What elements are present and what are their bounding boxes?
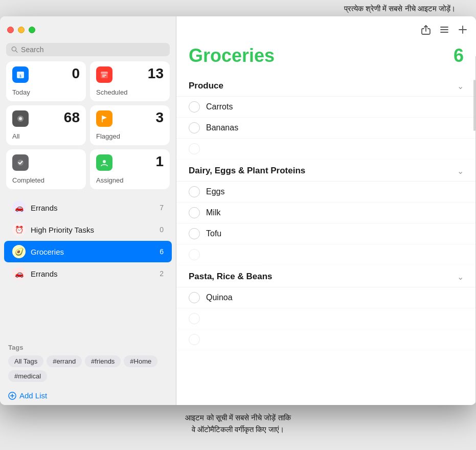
- errands2-name: Errands: [31, 269, 154, 278]
- sidebar: 1 0 Today: [0, 16, 176, 405]
- errands1-icon: 🚗: [12, 201, 26, 214]
- scheduled-icon: [96, 66, 112, 83]
- task-bananas: Bananas: [176, 118, 476, 139]
- svg-rect-6: [101, 72, 108, 74]
- tofu-checkbox[interactable]: [189, 228, 200, 239]
- smart-list-today[interactable]: 1 0 Today: [6, 61, 86, 101]
- eggs-name: Eggs: [206, 187, 224, 196]
- empty-checkbox-dairy: [189, 249, 200, 260]
- empty-checkbox-produce: [189, 143, 200, 154]
- task-empty-pasta2: [176, 329, 476, 350]
- minimize-button[interactable]: [18, 27, 25, 33]
- bananas-checkbox[interactable]: [189, 122, 200, 133]
- groceries-count: 6: [160, 248, 164, 256]
- share-icon[interactable]: [421, 25, 431, 35]
- assigned-count: 1: [155, 154, 164, 169]
- list-item-errands2[interactable]: 🚗 Errands 2: [4, 263, 172, 284]
- quinoa-checkbox[interactable]: [189, 292, 200, 303]
- list-item-high-priority[interactable]: ⏰ High Priority Tasks 0: [4, 219, 172, 240]
- task-empty-produce: [176, 139, 476, 160]
- flagged-label: Flagged: [96, 132, 164, 140]
- today-count: 0: [72, 66, 80, 81]
- annotation-bottom: आइटम को सूची में सबसे नीचे जोड़ें ताकिवे…: [0, 405, 476, 438]
- bananas-name: Bananas: [206, 123, 238, 132]
- close-button[interactable]: [7, 27, 14, 33]
- carrots-name: Carrots: [206, 102, 233, 111]
- tags-grid: All Tags #errand #friends #Home #medical: [8, 355, 168, 382]
- search-bar[interactable]: [6, 43, 170, 56]
- categories-wrapper: Produce ⌄ Carrots Bananas: [176, 75, 476, 405]
- tag-home[interactable]: #Home: [124, 355, 157, 367]
- category-produce: Produce ⌄ Carrots Bananas: [176, 75, 476, 160]
- smart-list-completed[interactable]: Completed: [6, 149, 86, 189]
- groceries-icon: 🥑: [12, 245, 26, 258]
- carrots-checkbox[interactable]: [189, 101, 200, 112]
- today-icon: 1: [12, 66, 29, 83]
- list-title: Groceries: [189, 45, 275, 66]
- category-pasta: Pasta, Rice & Beans ⌄ Quinoa: [176, 265, 476, 350]
- errands1-count: 7: [160, 204, 164, 212]
- high-priority-count: 0: [160, 226, 164, 234]
- milk-checkbox[interactable]: [189, 207, 200, 218]
- groceries-name: Groceries: [31, 248, 154, 256]
- add-list-button[interactable]: Add List: [0, 386, 176, 405]
- task-carrots: Carrots: [176, 97, 476, 118]
- svg-rect-3: [17, 72, 24, 74]
- category-header-dairy[interactable]: Dairy, Eggs & Plant Proteins ⌄: [176, 160, 476, 182]
- tofu-name: Tofu: [206, 229, 221, 238]
- assigned-label: Assigned: [96, 176, 164, 184]
- task-eggs: Eggs: [176, 182, 476, 202]
- all-count: 68: [64, 110, 80, 125]
- pasta-title: Pasta, Rice & Beans: [189, 272, 272, 282]
- list-item-groceries[interactable]: 🥑 Groceries 6: [4, 241, 172, 262]
- category-dairy: Dairy, Eggs & Plant Proteins ⌄ Eggs Milk…: [176, 160, 476, 265]
- smart-list-assigned[interactable]: 1 Assigned: [90, 149, 170, 189]
- assigned-icon: [96, 154, 112, 171]
- category-header-produce[interactable]: Produce ⌄: [176, 75, 476, 97]
- empty-checkbox-pasta1: [189, 313, 200, 324]
- smart-list-all[interactable]: 68 All: [6, 105, 86, 145]
- fullscreen-button[interactable]: [29, 27, 35, 33]
- milk-name: Milk: [206, 208, 220, 217]
- completed-label: Completed: [12, 176, 80, 184]
- high-priority-name: High Priority Tasks: [31, 226, 154, 234]
- title-bar: [0, 16, 176, 43]
- produce-title: Produce: [189, 81, 223, 91]
- list-icon[interactable]: [439, 25, 449, 35]
- add-list-icon: [8, 392, 16, 400]
- smart-lists-grid: 1 0 Today: [0, 61, 176, 194]
- smart-list-flagged[interactable]: 3 Flagged: [90, 105, 170, 145]
- search-input[interactable]: [21, 46, 165, 54]
- category-header-pasta[interactable]: Pasta, Rice & Beans ⌄: [176, 265, 476, 287]
- quinoa-name: Quinoa: [206, 293, 233, 302]
- tag-friends[interactable]: #friends: [85, 355, 121, 367]
- flagged-icon: [96, 110, 112, 127]
- errands2-icon: 🚗: [12, 267, 26, 280]
- add-task-icon[interactable]: [458, 25, 468, 35]
- task-milk: Milk: [176, 202, 476, 223]
- tag-errand[interactable]: #errand: [47, 355, 82, 367]
- annotation-top: प्रत्येक श्रेणी में सबसे नीचे आइटम जोड़े…: [0, 0, 476, 16]
- main-toolbar: [176, 16, 476, 43]
- svg-text:1: 1: [19, 74, 21, 78]
- eggs-checkbox[interactable]: [189, 186, 200, 197]
- categories-scroll[interactable]: Produce ⌄ Carrots Bananas: [176, 75, 476, 405]
- list-total-count: 6: [454, 45, 464, 66]
- all-label: All: [12, 132, 80, 140]
- main-content: Groceries 6 Produce ⌄ Carrots: [176, 16, 476, 405]
- smart-list-scheduled[interactable]: 13 Scheduled: [90, 61, 170, 101]
- list-item-errands1[interactable]: 🚗 Errands 7: [4, 197, 172, 218]
- errands2-count: 2: [160, 269, 164, 278]
- svg-point-10: [19, 117, 22, 120]
- produce-chevron: ⌄: [457, 81, 464, 91]
- task-empty-pasta1: [176, 308, 476, 329]
- dairy-title: Dairy, Eggs & Plant Proteins: [189, 166, 305, 176]
- list-title-row: Groceries 6: [176, 43, 476, 75]
- tag-all-tags[interactable]: All Tags: [8, 355, 43, 367]
- completed-icon: [12, 154, 29, 171]
- errands1-name: Errands: [31, 204, 154, 212]
- tag-medical[interactable]: #medical: [8, 370, 47, 382]
- all-icon: [12, 110, 29, 127]
- task-empty-dairy: [176, 244, 476, 265]
- scheduled-count: 13: [148, 66, 164, 81]
